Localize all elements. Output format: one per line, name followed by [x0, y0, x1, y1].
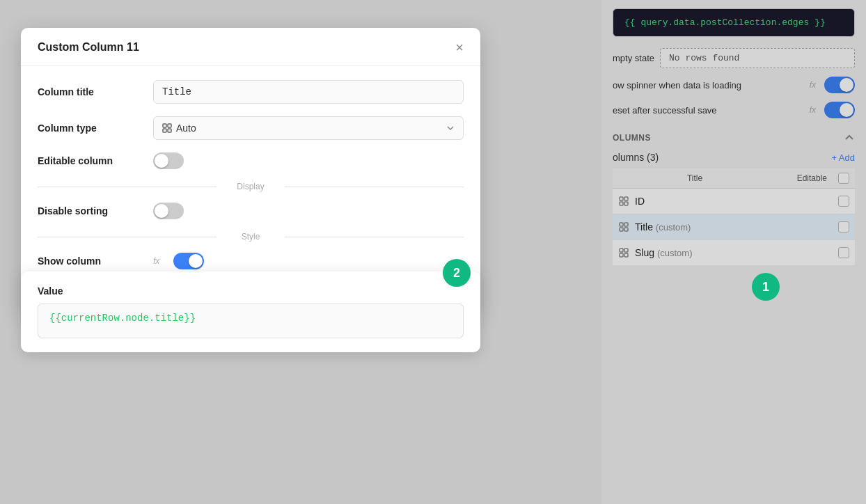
badge-2: 2	[443, 259, 471, 287]
style-divider: Style	[38, 232, 464, 242]
column-type-row: Column type Auto	[38, 116, 464, 140]
show-column-toggle[interactable]	[173, 253, 204, 269]
show-column-label: Show column	[38, 255, 142, 267]
column-type-select-inner: Auto	[162, 123, 196, 134]
disable-sorting-label: Disable sorting	[38, 205, 142, 216]
disable-sorting-toggle[interactable]	[153, 203, 184, 219]
column-title-input[interactable]	[153, 80, 464, 104]
select-grid-icon	[162, 123, 172, 133]
editable-column-toggle[interactable]	[153, 152, 184, 169]
svg-rect-13	[168, 124, 171, 127]
badge-1: 1	[752, 273, 780, 301]
svg-rect-12	[163, 124, 166, 127]
modal-close-button[interactable]: ×	[455, 40, 464, 54]
column-title-label: Column title	[38, 86, 142, 97]
display-divider: Display	[38, 182, 464, 191]
show-column-row: Show column fx	[38, 253, 464, 269]
column-type-select[interactable]: Auto	[153, 116, 464, 140]
editable-column-label: Editable column	[38, 155, 142, 166]
value-code-box[interactable]: {{currentRow.node.title}}	[38, 304, 464, 338]
custom-column-modal: Custom Column 11 × Column title Column t…	[21, 28, 480, 313]
column-type-value: Auto	[176, 123, 196, 134]
svg-rect-14	[163, 129, 166, 132]
editable-column-row: Editable column	[38, 152, 464, 169]
svg-rect-15	[168, 129, 171, 132]
value-popup: Value {{currentRow.node.title}}	[21, 271, 480, 352]
modal-header: Custom Column 11 ×	[21, 28, 480, 66]
column-type-label: Column type	[38, 123, 142, 134]
column-title-row: Column title	[38, 80, 464, 104]
disable-sorting-row: Disable sorting	[38, 203, 464, 219]
show-column-fx[interactable]: fx	[153, 256, 159, 266]
chevron-down-icon	[446, 124, 455, 132]
modal-title: Custom Column 11	[38, 41, 139, 54]
modal-body: Column title Column type Auto	[21, 66, 480, 296]
value-popup-title: Value	[38, 285, 464, 297]
